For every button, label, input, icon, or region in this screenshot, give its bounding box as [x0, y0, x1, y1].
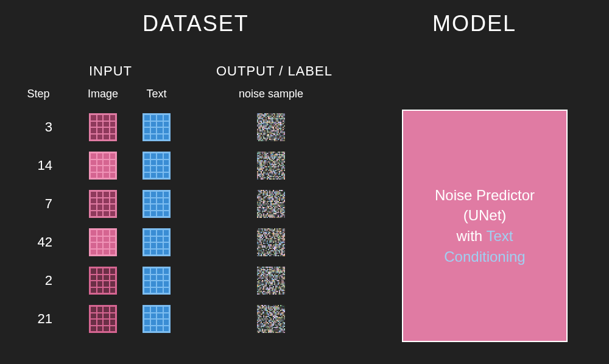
svg-rect-1563 [284, 215, 285, 217]
svg-rect-902 [263, 171, 264, 172]
svg-rect-1537 [280, 214, 281, 215]
svg-rect-574 [284, 153, 285, 154]
svg-rect-2558 [263, 290, 264, 291]
svg-rect-427 [273, 135, 274, 136]
svg-rect-579 [262, 154, 263, 155]
svg-rect-1163 [273, 195, 274, 196]
svg-rect-1403 [257, 208, 258, 209]
svg-rect-1566 [259, 217, 261, 218]
svg-rect-1370 [273, 206, 274, 207]
svg-rect-75 [264, 117, 266, 118]
svg-rect-2139 [257, 268, 258, 269]
svg-rect-840 [272, 167, 273, 169]
svg-rect-1594 [266, 228, 267, 229]
svg-rect-1032 [281, 177, 283, 178]
svg-rect-1445 [280, 209, 281, 211]
svg-rect-2282 [263, 275, 264, 276]
svg-rect-507 [258, 140, 259, 141]
svg-rect-1522 [262, 214, 263, 215]
svg-rect-1311 [257, 203, 258, 205]
svg-rect-193 [268, 123, 269, 124]
svg-rect-2541 [270, 289, 272, 290]
svg-rect-2939 [279, 320, 280, 321]
svg-rect-2111 [279, 255, 280, 256]
svg-rect-29 [264, 114, 266, 116]
svg-rect-87 [279, 117, 280, 118]
svg-rect-2419 [262, 282, 263, 284]
svg-rect-2520 [273, 287, 274, 289]
svg-rect-3126 [283, 329, 284, 331]
svg-rect-3090 [267, 328, 268, 329]
svg-rect-494 [270, 139, 272, 140]
svg-rect-1041 [264, 178, 266, 180]
svg-rect-2900 [259, 318, 261, 320]
svg-rect-798 [276, 165, 278, 166]
svg-rect-1651 [279, 231, 280, 232]
svg-rect-198 [274, 123, 275, 124]
svg-rect-2197 [272, 270, 273, 271]
svg-rect-441 [262, 136, 263, 138]
svg-rect-2087 [278, 254, 279, 255]
svg-rect-2464 [261, 285, 262, 286]
svg-rect-2809 [261, 313, 262, 315]
svg-rect-2296 [280, 275, 281, 276]
svg-rect-552 [257, 153, 258, 154]
svg-rect-2843 [274, 315, 275, 316]
svg-rect-2138 [284, 267, 285, 268]
svg-rect-800 [279, 165, 280, 166]
svg-rect-2959 [275, 321, 276, 322]
svg-rect-870 [280, 169, 281, 170]
svg-rect-1599 [272, 228, 273, 229]
image-tile [89, 305, 117, 333]
svg-rect-1245 [261, 200, 262, 201]
svg-rect-407 [276, 134, 278, 135]
svg-rect-2925 [262, 320, 263, 321]
svg-rect-1231 [272, 198, 273, 200]
svg-rect-734 [283, 161, 284, 163]
svg-rect-492 [268, 139, 269, 140]
svg-rect-1159 [268, 195, 269, 196]
svg-rect-1197 [258, 197, 259, 198]
svg-rect-1806 [272, 239, 273, 240]
svg-rect-320 [283, 129, 284, 130]
svg-rect-2 [259, 113, 261, 114]
svg-rect-1373 [276, 206, 278, 207]
svg-rect-2817 [270, 313, 272, 315]
svg-rect-333 [270, 130, 272, 131]
svg-rect-290 [274, 128, 275, 129]
svg-rect-2046 [284, 251, 285, 253]
svg-rect-3140 [272, 331, 273, 332]
svg-rect-1079 [283, 190, 284, 191]
svg-rect-230 [257, 125, 258, 127]
svg-rect-3082 [257, 328, 258, 329]
svg-rect-1590 [261, 228, 262, 229]
svg-rect-557 [263, 153, 264, 154]
svg-rect-2824 [279, 313, 280, 315]
svg-rect-1177 [262, 196, 263, 197]
svg-rect-2908 [269, 318, 270, 320]
svg-rect-260 [266, 127, 267, 128]
svg-rect-2475 [274, 285, 275, 286]
svg-rect-379 [270, 133, 272, 134]
svg-rect-2704 [273, 307, 274, 309]
svg-rect-1989 [270, 249, 272, 250]
svg-rect-541 [272, 152, 273, 153]
svg-rect-1778 [266, 238, 267, 239]
svg-rect-2395 [261, 281, 262, 282]
svg-rect-2184 [284, 269, 285, 270]
svg-rect-1166 [276, 195, 278, 196]
svg-rect-266 [273, 127, 274, 128]
svg-rect-2891 [276, 317, 278, 318]
svg-rect-1321 [269, 203, 270, 205]
svg-rect-2629 [266, 293, 267, 295]
svg-rect-879 [263, 170, 264, 171]
svg-rect-2403 [270, 281, 272, 282]
svg-rect-2522 [275, 287, 276, 289]
svg-rect-2245 [274, 273, 275, 274]
svg-rect-118 [261, 119, 262, 121]
svg-rect-2942 [283, 320, 284, 321]
svg-rect-2823 [278, 313, 279, 315]
svg-rect-3113 [267, 329, 268, 331]
svg-rect-1928 [280, 245, 281, 247]
svg-rect-861 [269, 169, 270, 170]
